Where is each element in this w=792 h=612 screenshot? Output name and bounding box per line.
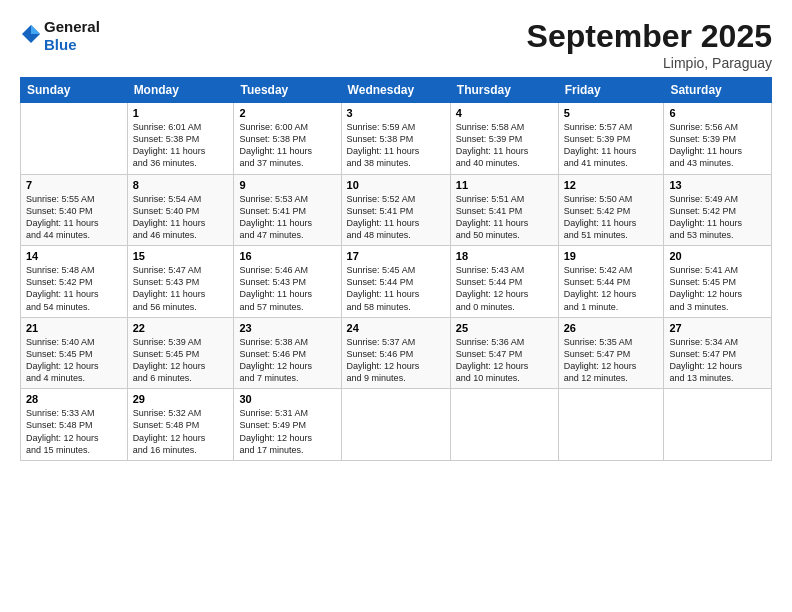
logo-general: General [44,18,100,35]
day-info: Sunrise: 5:31 AM Sunset: 5:49 PM Dayligh… [239,407,335,456]
day-number: 20 [669,250,766,262]
day-number: 2 [239,107,335,119]
day-cell: 10Sunrise: 5:52 AM Sunset: 5:41 PM Dayli… [341,174,450,246]
logo: General Blue [20,18,100,54]
day-info: Sunrise: 5:48 AM Sunset: 5:42 PM Dayligh… [26,264,122,313]
day-info: Sunrise: 5:33 AM Sunset: 5:48 PM Dayligh… [26,407,122,456]
day-number: 26 [564,322,659,334]
calendar-page: General Blue September 2025 Limpio, Para… [0,0,792,612]
day-cell: 8Sunrise: 5:54 AM Sunset: 5:40 PM Daylig… [127,174,234,246]
day-info: Sunrise: 5:47 AM Sunset: 5:43 PM Dayligh… [133,264,229,313]
calendar-header-row: SundayMondayTuesdayWednesdayThursdayFrid… [21,78,772,103]
day-info: Sunrise: 5:43 AM Sunset: 5:44 PM Dayligh… [456,264,553,313]
day-number: 27 [669,322,766,334]
day-number: 15 [133,250,229,262]
day-number: 8 [133,179,229,191]
day-cell: 24Sunrise: 5:37 AM Sunset: 5:46 PM Dayli… [341,317,450,389]
month-title: September 2025 [527,18,772,55]
day-cell: 30Sunrise: 5:31 AM Sunset: 5:49 PM Dayli… [234,389,341,461]
day-number: 23 [239,322,335,334]
day-number: 14 [26,250,122,262]
day-info: Sunrise: 5:54 AM Sunset: 5:40 PM Dayligh… [133,193,229,242]
day-number: 11 [456,179,553,191]
day-number: 18 [456,250,553,262]
day-number: 7 [26,179,122,191]
day-cell: 25Sunrise: 5:36 AM Sunset: 5:47 PM Dayli… [450,317,558,389]
day-number: 24 [347,322,445,334]
day-number: 29 [133,393,229,405]
day-cell [341,389,450,461]
day-cell: 11Sunrise: 5:51 AM Sunset: 5:41 PM Dayli… [450,174,558,246]
day-info: Sunrise: 5:38 AM Sunset: 5:46 PM Dayligh… [239,336,335,385]
title-block: September 2025 Limpio, Paraguay [527,18,772,71]
day-number: 30 [239,393,335,405]
day-cell: 6Sunrise: 5:56 AM Sunset: 5:39 PM Daylig… [664,103,772,175]
day-cell: 2Sunrise: 6:00 AM Sunset: 5:38 PM Daylig… [234,103,341,175]
day-cell: 9Sunrise: 5:53 AM Sunset: 5:41 PM Daylig… [234,174,341,246]
week-row-3: 14Sunrise: 5:48 AM Sunset: 5:42 PM Dayli… [21,246,772,318]
col-header-monday: Monday [127,78,234,103]
day-cell: 4Sunrise: 5:58 AM Sunset: 5:39 PM Daylig… [450,103,558,175]
calendar-table: SundayMondayTuesdayWednesdayThursdayFrid… [20,77,772,461]
col-header-thursday: Thursday [450,78,558,103]
day-cell: 21Sunrise: 5:40 AM Sunset: 5:45 PM Dayli… [21,317,128,389]
day-cell: 5Sunrise: 5:57 AM Sunset: 5:39 PM Daylig… [558,103,664,175]
day-cell: 19Sunrise: 5:42 AM Sunset: 5:44 PM Dayli… [558,246,664,318]
col-header-tuesday: Tuesday [234,78,341,103]
day-info: Sunrise: 5:42 AM Sunset: 5:44 PM Dayligh… [564,264,659,313]
day-cell [558,389,664,461]
day-info: Sunrise: 6:01 AM Sunset: 5:38 PM Dayligh… [133,121,229,170]
day-info: Sunrise: 5:57 AM Sunset: 5:39 PM Dayligh… [564,121,659,170]
day-cell: 20Sunrise: 5:41 AM Sunset: 5:45 PM Dayli… [664,246,772,318]
day-cell: 29Sunrise: 5:32 AM Sunset: 5:48 PM Dayli… [127,389,234,461]
header: General Blue September 2025 Limpio, Para… [20,18,772,71]
day-cell: 7Sunrise: 5:55 AM Sunset: 5:40 PM Daylig… [21,174,128,246]
day-number: 5 [564,107,659,119]
day-info: Sunrise: 6:00 AM Sunset: 5:38 PM Dayligh… [239,121,335,170]
day-number: 21 [26,322,122,334]
day-number: 16 [239,250,335,262]
day-info: Sunrise: 5:45 AM Sunset: 5:44 PM Dayligh… [347,264,445,313]
week-row-2: 7Sunrise: 5:55 AM Sunset: 5:40 PM Daylig… [21,174,772,246]
week-row-1: 1Sunrise: 6:01 AM Sunset: 5:38 PM Daylig… [21,103,772,175]
day-cell: 27Sunrise: 5:34 AM Sunset: 5:47 PM Dayli… [664,317,772,389]
col-header-saturday: Saturday [664,78,772,103]
day-info: Sunrise: 5:34 AM Sunset: 5:47 PM Dayligh… [669,336,766,385]
day-number: 19 [564,250,659,262]
day-info: Sunrise: 5:41 AM Sunset: 5:45 PM Dayligh… [669,264,766,313]
day-cell: 3Sunrise: 5:59 AM Sunset: 5:38 PM Daylig… [341,103,450,175]
day-info: Sunrise: 5:46 AM Sunset: 5:43 PM Dayligh… [239,264,335,313]
day-cell: 17Sunrise: 5:45 AM Sunset: 5:44 PM Dayli… [341,246,450,318]
col-header-sunday: Sunday [21,78,128,103]
day-info: Sunrise: 5:36 AM Sunset: 5:47 PM Dayligh… [456,336,553,385]
day-cell: 23Sunrise: 5:38 AM Sunset: 5:46 PM Dayli… [234,317,341,389]
day-cell: 13Sunrise: 5:49 AM Sunset: 5:42 PM Dayli… [664,174,772,246]
day-info: Sunrise: 5:32 AM Sunset: 5:48 PM Dayligh… [133,407,229,456]
day-cell: 14Sunrise: 5:48 AM Sunset: 5:42 PM Dayli… [21,246,128,318]
svg-marker-1 [31,25,40,34]
col-header-wednesday: Wednesday [341,78,450,103]
day-number: 22 [133,322,229,334]
week-row-5: 28Sunrise: 5:33 AM Sunset: 5:48 PM Dayli… [21,389,772,461]
day-number: 13 [669,179,766,191]
day-cell [21,103,128,175]
day-cell [450,389,558,461]
day-info: Sunrise: 5:58 AM Sunset: 5:39 PM Dayligh… [456,121,553,170]
day-info: Sunrise: 5:50 AM Sunset: 5:42 PM Dayligh… [564,193,659,242]
day-number: 25 [456,322,553,334]
day-number: 3 [347,107,445,119]
day-info: Sunrise: 5:35 AM Sunset: 5:47 PM Dayligh… [564,336,659,385]
day-number: 28 [26,393,122,405]
day-cell [664,389,772,461]
day-number: 10 [347,179,445,191]
day-info: Sunrise: 5:40 AM Sunset: 5:45 PM Dayligh… [26,336,122,385]
day-info: Sunrise: 5:52 AM Sunset: 5:41 PM Dayligh… [347,193,445,242]
day-info: Sunrise: 5:56 AM Sunset: 5:39 PM Dayligh… [669,121,766,170]
location: Limpio, Paraguay [527,55,772,71]
day-number: 12 [564,179,659,191]
day-cell: 12Sunrise: 5:50 AM Sunset: 5:42 PM Dayli… [558,174,664,246]
col-header-friday: Friday [558,78,664,103]
day-info: Sunrise: 5:51 AM Sunset: 5:41 PM Dayligh… [456,193,553,242]
day-cell: 16Sunrise: 5:46 AM Sunset: 5:43 PM Dayli… [234,246,341,318]
logo-icon [20,23,42,49]
